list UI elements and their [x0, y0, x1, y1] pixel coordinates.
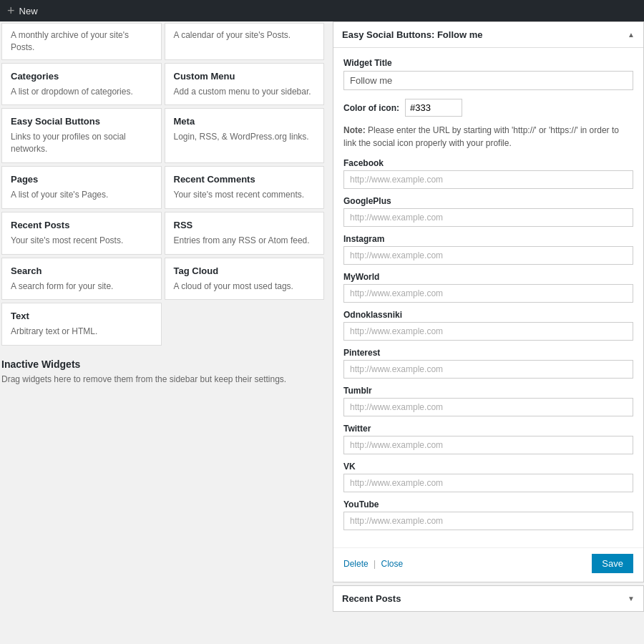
widget-card[interactable]: Recent CommentsYour site's most recent c… — [165, 166, 325, 209]
social-field-label: VK — [343, 462, 633, 472]
inactive-section: Inactive Widgets Drag widgets here to re… — [0, 347, 326, 390]
footer-sep: | — [374, 559, 376, 569]
widget-title-label: Widget Title — [343, 58, 633, 68]
note-text: Note: Please enter the URL by starting w… — [343, 124, 633, 150]
social-field-input[interactable] — [343, 322, 633, 341]
main-container: A monthly archive of your site's Posts. … — [0, 21, 644, 644]
inactive-title: Inactive Widgets — [1, 358, 324, 370]
widget-title-input[interactable] — [343, 71, 633, 90]
widget-card-title: Pages — [11, 174, 152, 185]
social-field-label: Facebook — [343, 158, 633, 168]
social-field-label: Odnoklassniki — [343, 310, 633, 320]
widget-card-desc: Links to your profiles on social network… — [11, 131, 152, 155]
easy-social-content: Widget Title Color of icon: Note: Please… — [333, 48, 643, 545]
widget-card[interactable]: MetaLogin, RSS, & WordPress.org links. — [165, 108, 325, 163]
social-field-input[interactable] — [343, 170, 633, 189]
widget-card[interactable]: Custom MenuAdd a custom menu to your sid… — [165, 63, 325, 106]
recent-posts-accordion: Recent Posts ▼ — [333, 585, 644, 612]
widget-card[interactable]: RSSEntries from any RSS or Atom feed. — [165, 212, 325, 255]
widget-card-title: Custom Menu — [174, 71, 316, 82]
widget-card-title: RSS — [174, 220, 316, 230]
social-field-input[interactable] — [343, 398, 633, 416]
widget-card-desc: Your site's most recent comments. — [174, 189, 316, 201]
widget-card[interactable]: Easy Social ButtonsLinks to your profile… — [1, 108, 162, 163]
footer-links: Delete | Close — [343, 559, 403, 569]
plus-icon: + — [7, 4, 15, 17]
widget-grid: CategoriesA list or dropdown of categori… — [0, 62, 326, 348]
social-field-label: Twitter — [343, 424, 633, 434]
widget-card-title: Meta — [174, 116, 316, 127]
note-bold: Note: — [343, 125, 366, 135]
color-row: Color of icon: — [343, 99, 633, 117]
social-field-input[interactable] — [343, 284, 633, 303]
social-field-label: Tumblr — [343, 386, 633, 396]
widget-card-desc: A list or dropdown of categories. — [11, 86, 152, 98]
social-field-label: YouTube — [343, 499, 633, 509]
widget-card[interactable]: PagesA list of your site's Pages. — [1, 166, 162, 209]
social-field-input[interactable] — [343, 436, 633, 454]
inactive-desc: Drag widgets here to remove them from th… — [1, 374, 324, 384]
archive-calendar-row: A monthly archive of your site's Posts. … — [0, 21, 326, 62]
social-field-label: Instagram — [343, 234, 633, 244]
calendar-card[interactable]: A calendar of your site's Posts. — [165, 23, 325, 60]
social-field-input[interactable] — [343, 208, 633, 227]
archive-card[interactable]: A monthly archive of your site's Posts. — [1, 23, 162, 60]
widget-card-title: Text — [11, 311, 152, 321]
widget-card[interactable]: Tag CloudA cloud of your most used tags. — [165, 258, 325, 301]
social-field-label: GooglePlus — [343, 196, 633, 206]
color-input[interactable] — [405, 99, 462, 117]
top-bar: + New — [0, 0, 644, 21]
delete-link[interactable]: Delete — [343, 559, 369, 569]
archive-desc: A monthly archive of your site's Posts. — [11, 29, 152, 54]
easy-social-arrow-icon: ▲ — [628, 31, 635, 39]
social-field-label: MyWorld — [343, 272, 633, 282]
right-panel: Easy Social Buttons: Follow me ▲ Widget … — [333, 21, 644, 644]
widget-card-title: Search — [11, 265, 152, 276]
widget-card[interactable]: CategoriesA list or dropdown of categori… — [1, 63, 162, 106]
new-label[interactable]: New — [19, 6, 38, 16]
close-link[interactable]: Close — [381, 559, 404, 569]
widget-card-desc: Entries from any RSS or Atom feed. — [174, 235, 316, 247]
easy-social-title: Easy Social Buttons: Follow me — [342, 29, 482, 40]
color-label: Color of icon: — [343, 103, 399, 113]
social-field-input[interactable] — [343, 512, 633, 530]
note-body: Please enter the URL by starting with 'h… — [343, 125, 619, 148]
social-field-input[interactable] — [343, 474, 633, 492]
social-field-label: Pinterest — [343, 348, 633, 358]
widget-card[interactable]: SearchA search form for your site. — [1, 258, 162, 301]
calendar-desc: A calendar of your site's Posts. — [174, 29, 316, 42]
widget-card-desc: A search form for your site. — [11, 280, 152, 293]
easy-social-accordion: Easy Social Buttons: Follow me ▲ Widget … — [333, 21, 644, 582]
widget-card-desc: Your site's most recent Posts. — [11, 235, 152, 247]
widget-card[interactable]: TextArbitrary text or HTML. — [1, 303, 162, 346]
left-panel: A monthly archive of your site's Posts. … — [0, 21, 333, 644]
recent-posts-title: Recent Posts — [342, 593, 401, 604]
widget-card-title: Recent Comments — [174, 174, 316, 185]
widget-card[interactable]: Recent PostsYour site's most recent Post… — [1, 212, 162, 255]
social-field-input[interactable] — [343, 360, 633, 379]
widget-card-desc: Arbitrary text or HTML. — [11, 326, 152, 338]
social-fields: FacebookGooglePlusInstagramMyWorldOdnokl… — [343, 158, 633, 537]
widget-card-desc: Add a custom menu to your sidebar. — [174, 86, 316, 98]
save-button[interactable]: Save — [592, 554, 633, 573]
widget-card-title: Tag Cloud — [174, 265, 316, 276]
easy-social-footer: Delete | Close Save — [333, 547, 643, 582]
widget-card-desc: A cloud of your most used tags. — [174, 280, 316, 293]
widget-card-title: Categories — [11, 71, 152, 82]
widget-card-title: Easy Social Buttons — [11, 116, 152, 127]
social-field-input[interactable] — [343, 246, 633, 265]
widget-card-desc: A list of your site's Pages. — [11, 189, 152, 201]
recent-posts-arrow-icon: ▼ — [628, 595, 635, 602]
widget-title-group: Widget Title — [343, 58, 633, 90]
recent-posts-header[interactable]: Recent Posts ▼ — [333, 586, 643, 611]
widget-card-title: Recent Posts — [11, 220, 152, 230]
easy-social-header[interactable]: Easy Social Buttons: Follow me ▲ — [333, 22, 643, 48]
widget-card-desc: Login, RSS, & WordPress.org links. — [174, 131, 316, 143]
